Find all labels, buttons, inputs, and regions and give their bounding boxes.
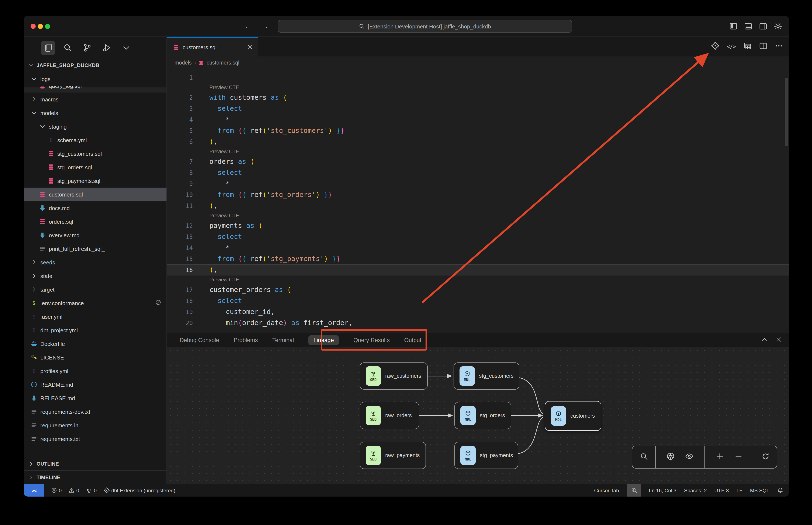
tree-item-requirements-in[interactable]: requirements.in bbox=[24, 419, 166, 432]
codelens-preview-cte[interactable]: Preview CTE bbox=[167, 147, 789, 156]
close-tab-icon[interactable] bbox=[247, 44, 253, 50]
status-warning[interactable]: 0 bbox=[68, 484, 79, 497]
code-line-10[interactable]: 10 from {{ ref('stg_orders') }} bbox=[167, 189, 789, 200]
tree-item-profiles-yml[interactable]: !profiles.yml bbox=[24, 364, 166, 378]
split-editor-button[interactable] bbox=[759, 42, 767, 52]
tab-customers-sql[interactable]: customers.sql bbox=[167, 37, 258, 57]
code-line-11[interactable]: 11), bbox=[167, 200, 789, 211]
code-editor[interactable]: 1Preview CTE2with customers as (3 select… bbox=[167, 69, 789, 333]
status-ln-16-col-3[interactable]: Ln 16, Col 3 bbox=[649, 484, 676, 497]
activity-chevron-down[interactable] bbox=[119, 41, 133, 55]
breadcrumb-folder[interactable]: models bbox=[175, 60, 192, 66]
status-utf-8[interactable]: UTF-8 bbox=[714, 484, 729, 497]
code-line-13[interactable]: 13 select bbox=[167, 231, 789, 242]
tree-item-license[interactable]: LICENSE bbox=[24, 350, 166, 364]
lineage-zoom-out-button[interactable] bbox=[735, 452, 742, 462]
back-button[interactable]: ← bbox=[245, 22, 252, 31]
tree-item-schema-yml[interactable]: !schema.yml bbox=[24, 133, 166, 147]
command-center-search[interactable]: [Extension Development Host] jaffle_shop… bbox=[278, 20, 572, 33]
lineage-node-raw_orders[interactable]: SEDraw_orders bbox=[360, 402, 419, 429]
panel-tab-debug-console[interactable]: Debug Console bbox=[180, 337, 219, 343]
minimize-window-button[interactable] bbox=[38, 24, 43, 29]
codelens-preview-cte[interactable]: Preview CTE bbox=[167, 211, 789, 220]
code-line-6[interactable]: 6), bbox=[167, 136, 789, 147]
tree-item-state[interactable]: state bbox=[24, 269, 166, 283]
code-line-8[interactable]: 8 select bbox=[167, 167, 789, 178]
lineage-refresh-button[interactable] bbox=[762, 452, 769, 462]
remote-indicator[interactable]: >< bbox=[24, 484, 44, 497]
status-broadcast[interactable]: 0 bbox=[86, 484, 97, 497]
lineage-node-raw_customers[interactable]: SEDraw_customers bbox=[360, 362, 428, 390]
panel-tab-output[interactable]: Output bbox=[404, 337, 421, 343]
tree-item-print-full-refresh-sql-[interactable]: print_full_refresh._sql_ bbox=[24, 242, 166, 255]
code-line-19[interactable]: 19 customer_id, bbox=[167, 306, 789, 317]
panel-tab-problems[interactable]: Problems bbox=[234, 337, 258, 343]
status-cursor-tab[interactable]: Cursor Tab bbox=[594, 484, 619, 497]
code-line-4[interactable]: 4 * bbox=[167, 114, 789, 125]
status-error[interactable]: 0 bbox=[51, 484, 62, 497]
status-spaces-2[interactable]: Spaces: 2 bbox=[684, 484, 707, 497]
tree-item-requirements-dev-txt[interactable]: requirements-dev.txt bbox=[24, 405, 166, 419]
lineage-node-customers[interactable]: MDLcustomers bbox=[545, 401, 601, 431]
panel-tab-query-results[interactable]: Query Results bbox=[353, 337, 390, 343]
tree-item-models[interactable]: models bbox=[24, 106, 166, 120]
code-line-12[interactable]: 12payments as ( bbox=[167, 220, 789, 231]
code-line-16[interactable]: 16), bbox=[167, 265, 789, 275]
activity-files[interactable] bbox=[41, 41, 55, 55]
lineage-graph[interactable]: SEDraw_customersMDLstg_customersSEDraw_o… bbox=[167, 347, 789, 484]
lineage-search-button[interactable] bbox=[640, 452, 648, 462]
tree-item-dockerfile[interactable]: Dockerfile bbox=[24, 337, 166, 350]
tree-item-query-log-sql[interactable]: query_log.sql bbox=[24, 86, 166, 92]
panel-chevron-up-button[interactable] bbox=[761, 336, 768, 344]
status-ms-sql[interactable]: MS SQL bbox=[750, 484, 769, 497]
code-line-5[interactable]: 5 from {{ ref('stg_customers') }} bbox=[167, 125, 789, 136]
code-line-17[interactable]: 17customer_orders as ( bbox=[167, 284, 789, 295]
tree-item-stg-payments-sql[interactable]: stg_payments.sql bbox=[24, 174, 166, 188]
tree-item--user-yml[interactable]: !.user.yml bbox=[24, 310, 166, 324]
lineage-eye-button[interactable] bbox=[685, 452, 694, 462]
tree-item-overview-md[interactable]: overview.md bbox=[24, 228, 166, 242]
tree-item-orders-sql[interactable]: orders.sql bbox=[24, 215, 166, 228]
code-line-9[interactable]: 9 * bbox=[167, 178, 789, 189]
code-line-18[interactable]: 18 select bbox=[167, 295, 789, 306]
tree-item-staging[interactable]: staging bbox=[24, 120, 166, 133]
section-outline[interactable]: OUTLINE bbox=[24, 457, 166, 470]
tree-item-macros[interactable]: macros bbox=[24, 92, 166, 106]
status-dbt[interactable]: dbt Extension (unregistered) bbox=[103, 484, 175, 497]
layout-panel-icon[interactable] bbox=[744, 22, 753, 31]
tree-item-target[interactable]: target bbox=[24, 283, 166, 296]
tree-item-customers-sql[interactable]: customers.sql bbox=[24, 188, 166, 201]
close-window-button[interactable] bbox=[31, 24, 36, 29]
gear-icon[interactable] bbox=[774, 22, 782, 31]
layout-sidebar-right-icon[interactable] bbox=[759, 22, 767, 31]
tree-item-seeds[interactable]: seeds bbox=[24, 255, 166, 269]
lineage-node-stg_payments[interactable]: MDLstg_payments bbox=[454, 442, 518, 469]
activity-search[interactable] bbox=[60, 41, 75, 55]
code-line-7[interactable]: 7orders as ( bbox=[167, 156, 789, 167]
code-line-3[interactable]: 3 select bbox=[167, 103, 789, 114]
lineage-zoom-in-button[interactable] bbox=[716, 452, 723, 462]
status-zoom-in[interactable] bbox=[626, 484, 641, 497]
query-results-table-button[interactable] bbox=[743, 42, 752, 52]
tree-item-release-md[interactable]: RELEASE.md bbox=[24, 391, 166, 405]
codelens-preview-cte[interactable]: Preview CTE bbox=[167, 83, 789, 92]
tree-item-stg-customers-sql[interactable]: stg_customers.sql bbox=[24, 147, 166, 161]
layout-sidebar-left-icon[interactable] bbox=[729, 22, 738, 31]
zoom-window-button[interactable] bbox=[45, 24, 50, 29]
code-line-2[interactable]: 2with customers as ( bbox=[167, 92, 789, 103]
panel-close-button[interactable] bbox=[776, 336, 782, 344]
forward-button[interactable]: → bbox=[261, 22, 268, 31]
activity-debug[interactable] bbox=[99, 41, 114, 55]
code-line-15[interactable]: 15 from {{ ref('stg_payments') }} bbox=[167, 253, 789, 265]
lineage-aperture-button[interactable] bbox=[666, 452, 675, 462]
code-line-1[interactable]: 1 bbox=[167, 72, 789, 83]
panel-tab-lineage[interactable]: Lineage bbox=[308, 335, 339, 345]
tree-item--env-conformance[interactable]: $.env.conformance bbox=[24, 296, 166, 310]
tree-item-stg-orders-sql[interactable]: stg_orders.sql bbox=[24, 161, 166, 174]
tree-item-requirements-txt[interactable]: requirements.txt bbox=[24, 432, 166, 446]
explorer-root-header[interactable]: JAFFLE_SHOP_DUCKDB bbox=[24, 59, 166, 72]
activity-source-control[interactable] bbox=[80, 41, 94, 55]
lineage-node-stg_customers[interactable]: MDLstg_customers bbox=[454, 362, 519, 390]
code-line-14[interactable]: 14 * bbox=[167, 242, 789, 253]
tree-item-docs-md[interactable]: docs.md bbox=[24, 201, 166, 215]
